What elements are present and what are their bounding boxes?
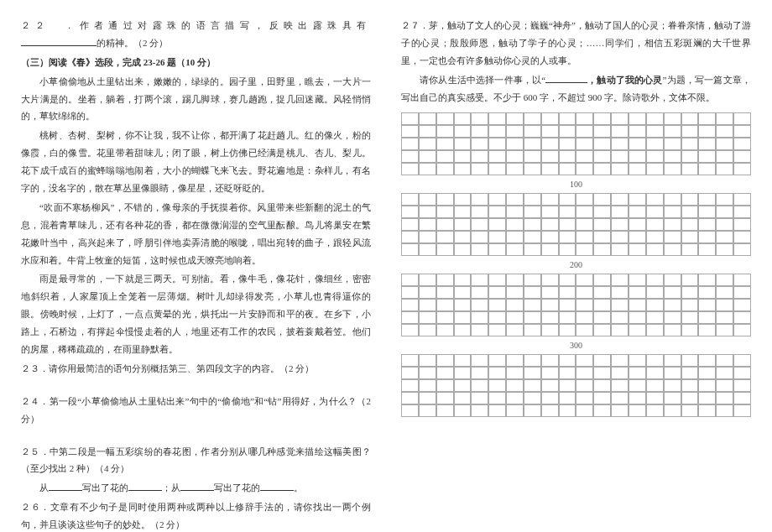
grid-cell[interactable] xyxy=(716,286,733,299)
grid-cell[interactable] xyxy=(541,324,559,336)
grid-cell[interactable] xyxy=(733,299,751,311)
grid-cell[interactable] xyxy=(454,274,472,286)
grid-cell[interactable] xyxy=(716,324,733,336)
grid-cell[interactable] xyxy=(506,112,524,125)
grid-cell[interactable] xyxy=(401,112,419,125)
grid-cell[interactable] xyxy=(436,404,454,417)
grid-cell[interactable] xyxy=(698,150,716,163)
grid-cell[interactable] xyxy=(629,125,646,138)
grid-cell[interactable] xyxy=(646,206,664,218)
grid-cell[interactable] xyxy=(524,299,541,311)
grid-cell[interactable] xyxy=(524,311,541,324)
grid-cell[interactable] xyxy=(436,150,454,163)
grid-cell[interactable] xyxy=(506,138,524,150)
grid-cell[interactable] xyxy=(541,299,559,311)
grid-cell[interactable] xyxy=(698,193,716,206)
grid-cell[interactable] xyxy=(559,125,576,138)
grid-cell[interactable] xyxy=(733,354,751,367)
grid-cell[interactable] xyxy=(576,367,593,379)
grid-cell[interactable] xyxy=(524,286,541,299)
grid-cell[interactable] xyxy=(611,231,629,243)
grid-cell[interactable] xyxy=(524,150,541,163)
grid-cell[interactable] xyxy=(681,379,699,392)
grid-cell[interactable] xyxy=(593,404,611,417)
grid-cell[interactable] xyxy=(419,367,436,379)
grid-cell[interactable] xyxy=(698,354,716,367)
grid-cell[interactable] xyxy=(559,354,576,367)
grid-cell[interactable] xyxy=(471,206,488,218)
grid-cell[interactable] xyxy=(576,138,593,150)
grid-cell[interactable] xyxy=(471,379,488,392)
grid-cell[interactable] xyxy=(646,367,664,379)
grid-cell[interactable] xyxy=(611,324,629,336)
grid-cell[interactable] xyxy=(454,231,472,243)
grid-cell[interactable] xyxy=(629,404,646,417)
grid-cell[interactable] xyxy=(664,112,681,125)
grid-cell[interactable] xyxy=(488,311,506,324)
grid-cell[interactable] xyxy=(419,286,436,299)
grid-cell[interactable] xyxy=(488,193,506,206)
grid-cell[interactable] xyxy=(646,286,664,299)
grid-cell[interactable] xyxy=(401,125,419,138)
grid-cell[interactable] xyxy=(436,231,454,243)
grid-cell[interactable] xyxy=(524,163,541,175)
grid-cell[interactable] xyxy=(454,243,472,256)
grid-cell[interactable] xyxy=(419,163,436,175)
grid-cell[interactable] xyxy=(506,392,524,404)
grid-cell[interactable] xyxy=(646,404,664,417)
grid-cell[interactable] xyxy=(629,299,646,311)
q25-blank-4[interactable] xyxy=(260,482,294,491)
grid-cell[interactable] xyxy=(593,150,611,163)
grid-cell[interactable] xyxy=(401,243,419,256)
grid-cell[interactable] xyxy=(629,243,646,256)
grid-cell[interactable] xyxy=(454,379,472,392)
grid-cell[interactable] xyxy=(559,243,576,256)
grid-cell[interactable] xyxy=(454,150,472,163)
grid-cell[interactable] xyxy=(646,193,664,206)
grid-cell[interactable] xyxy=(471,324,488,336)
grid-cell[interactable] xyxy=(698,286,716,299)
grid-cell[interactable] xyxy=(664,299,681,311)
grid-cell[interactable] xyxy=(681,125,699,138)
grid-cell[interactable] xyxy=(559,379,576,392)
grid-cell[interactable] xyxy=(629,367,646,379)
grid-cell[interactable] xyxy=(716,367,733,379)
grid-cell[interactable] xyxy=(576,311,593,324)
grid-cell[interactable] xyxy=(576,125,593,138)
grid-cell[interactable] xyxy=(733,112,751,125)
grid-cell[interactable] xyxy=(716,206,733,218)
grid-cell[interactable] xyxy=(611,404,629,417)
grid-cell[interactable] xyxy=(611,112,629,125)
grid-cell[interactable] xyxy=(419,231,436,243)
grid-cell[interactable] xyxy=(454,311,472,324)
grid-cell[interactable] xyxy=(401,163,419,175)
grid-cell[interactable] xyxy=(471,274,488,286)
grid-cell[interactable] xyxy=(576,299,593,311)
grid-cell[interactable] xyxy=(454,286,472,299)
grid-cell[interactable] xyxy=(488,274,506,286)
grid-cell[interactable] xyxy=(419,150,436,163)
grid-cell[interactable] xyxy=(454,163,472,175)
grid-cell[interactable] xyxy=(506,150,524,163)
grid-cell[interactable] xyxy=(471,392,488,404)
grid-cell[interactable] xyxy=(471,231,488,243)
grid-cell[interactable] xyxy=(646,243,664,256)
grid-cell[interactable] xyxy=(576,404,593,417)
grid-cell[interactable] xyxy=(733,163,751,175)
grid-cell[interactable] xyxy=(646,379,664,392)
grid-cell[interactable] xyxy=(471,286,488,299)
grid-cell[interactable] xyxy=(664,286,681,299)
grid-cell[interactable] xyxy=(611,163,629,175)
grid-cell[interactable] xyxy=(559,311,576,324)
grid-cell[interactable] xyxy=(559,404,576,417)
grid-cell[interactable] xyxy=(506,354,524,367)
grid-cell[interactable] xyxy=(733,150,751,163)
grid-cell[interactable] xyxy=(524,404,541,417)
grid-cell[interactable] xyxy=(698,218,716,231)
grid-cell[interactable] xyxy=(629,206,646,218)
grid-cell[interactable] xyxy=(698,299,716,311)
grid-cell[interactable] xyxy=(559,324,576,336)
grid-cell[interactable] xyxy=(559,299,576,311)
grid-cell[interactable] xyxy=(419,243,436,256)
grid-cell[interactable] xyxy=(454,112,472,125)
